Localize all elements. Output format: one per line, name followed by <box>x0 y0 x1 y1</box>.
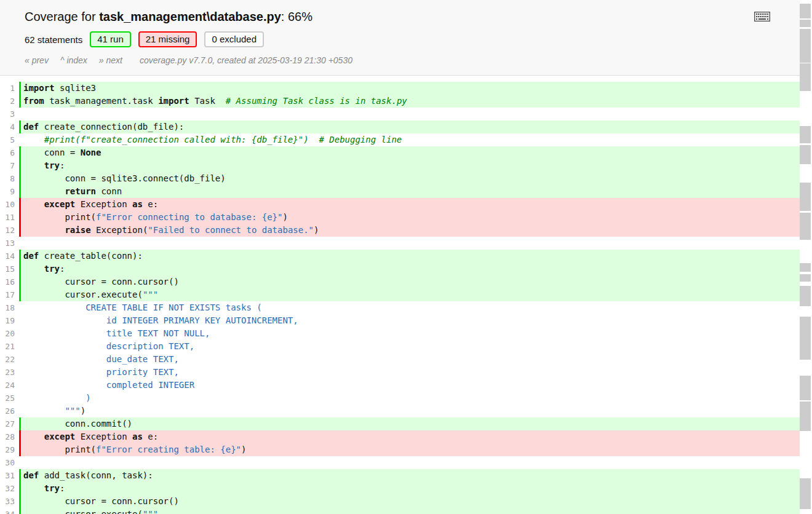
line-code: ) <box>19 392 800 405</box>
line-code: raise Exception("Failed to connect to da… <box>19 224 800 237</box>
index-link[interactable]: ^ index <box>60 55 87 65</box>
line-code: try: <box>19 263 800 275</box>
line-number-link[interactable]: 11 <box>0 211 15 224</box>
line-number-link[interactable]: 25 <box>0 392 15 405</box>
line-number-link[interactable]: 17 <box>0 288 15 301</box>
line-code: cursor = conn.cursor() <box>19 275 800 288</box>
scroll-marker-block <box>800 317 811 360</box>
line-number-link[interactable]: 4 <box>0 121 15 133</box>
line-number-link[interactable]: 32 <box>0 482 15 495</box>
line-code: due_date TEXT, <box>19 353 800 366</box>
source-line: 16 cursor = conn.cursor() <box>0 275 812 288</box>
report-header: Coverage for task_management\database.py… <box>0 0 800 76</box>
scroll-marker-block <box>800 274 811 282</box>
source-line: 7 try: <box>0 159 812 172</box>
source-line: 18 CREATE TABLE IF NOT EXISTS tasks ( <box>0 301 812 314</box>
coverage-version-text: coverage.py v7.7.0, created at 2025-03-1… <box>140 55 352 65</box>
scroll-marker-block <box>800 376 811 400</box>
title-filename: task_management\database.py <box>99 10 281 23</box>
line-code: conn.commit() <box>19 417 800 430</box>
line-code: except Exception as e: <box>19 198 800 211</box>
line-number-link[interactable]: 21 <box>0 340 15 353</box>
line-code: description TEXT, <box>19 340 800 353</box>
source-line: 21 description TEXT, <box>0 340 812 353</box>
line-number-link[interactable]: 15 <box>0 263 15 275</box>
line-code: cursor.execute(""" <box>19 508 800 514</box>
source-line: 8 conn = sqlite3.connect(db_file) <box>0 172 812 185</box>
line-number-link[interactable]: 16 <box>0 275 15 288</box>
line-number-link[interactable]: 13 <box>0 237 15 250</box>
line-code <box>19 237 800 250</box>
line-code: id INTEGER PRIMARY KEY AUTOINCREMENT, <box>19 314 800 327</box>
line-code: title TEXT NOT NULL, <box>19 327 800 340</box>
title-prefix: Coverage for <box>25 10 99 23</box>
statements-count: 62 statements <box>25 34 82 45</box>
toggle-excluded-button[interactable]: 0 excluded <box>204 31 264 47</box>
line-number-link[interactable]: 3 <box>0 108 15 121</box>
source-line: 15 try: <box>0 263 812 275</box>
source-line: 17 cursor.execute(""" <box>0 288 812 301</box>
line-number-link[interactable]: 31 <box>0 469 15 482</box>
scroll-marker[interactable] <box>800 0 812 514</box>
next-file-link[interactable]: » next <box>99 55 122 65</box>
source-line: 9 return conn <box>0 185 812 198</box>
line-code <box>19 108 800 121</box>
source-line: 20 title TEXT NOT NULL, <box>0 327 812 340</box>
line-number-link[interactable]: 6 <box>0 146 15 159</box>
line-code: def create_table(conn): <box>19 250 800 263</box>
line-number-link[interactable]: 20 <box>0 327 15 340</box>
scroll-marker-block <box>800 20 811 27</box>
source-line: 26 """) <box>0 405 812 417</box>
source-line: 14def create_table(conn): <box>0 250 812 263</box>
source-line: 30 <box>0 456 812 469</box>
line-number-link[interactable]: 19 <box>0 314 15 327</box>
line-number-link[interactable]: 7 <box>0 159 15 172</box>
line-number-link[interactable]: 26 <box>0 405 15 417</box>
line-number-link[interactable]: 2 <box>0 95 15 108</box>
title-percentage: : 66% <box>281 10 312 23</box>
source-line: 5 #print(f"create_connection called with… <box>0 133 812 146</box>
source-line: 19 id INTEGER PRIMARY KEY AUTOINCREMENT, <box>0 314 812 327</box>
line-code: def create_connection(db_file): <box>19 121 800 133</box>
line-code: print(f"Error connecting to database: {e… <box>19 211 800 224</box>
line-number-link[interactable]: 27 <box>0 417 15 430</box>
line-code: conn = None <box>19 146 800 159</box>
line-number-link[interactable]: 9 <box>0 185 15 198</box>
line-number-link[interactable]: 28 <box>0 430 15 443</box>
source-line: 10 except Exception as e: <box>0 198 812 211</box>
source-line: 25 ) <box>0 392 812 405</box>
line-number-link[interactable]: 14 <box>0 250 15 263</box>
line-number-link[interactable]: 10 <box>0 198 15 211</box>
line-number-link[interactable]: 12 <box>0 224 15 237</box>
source-line: 23 priority TEXT, <box>0 366 812 379</box>
keyboard-shortcuts-button[interactable] <box>754 12 770 23</box>
line-number-link[interactable]: 33 <box>0 495 15 508</box>
line-number-link[interactable]: 22 <box>0 353 15 366</box>
source-line: 27 conn.commit() <box>0 417 812 430</box>
source-line: 28 except Exception as e: <box>0 430 812 443</box>
source-line: 29 print(f"Error creating table: {e}") <box>0 443 812 456</box>
toggle-run-button[interactable]: 41 run <box>90 31 131 47</box>
scroll-marker-block <box>800 4 811 18</box>
line-number-link[interactable]: 29 <box>0 443 15 456</box>
source-line: 32 try: <box>0 482 812 495</box>
scroll-marker-block <box>800 263 811 272</box>
line-number-link[interactable]: 34 <box>0 508 15 514</box>
source-line: 13 <box>0 237 812 250</box>
prev-file-link[interactable]: « prev <box>25 55 49 65</box>
line-number-link[interactable]: 1 <box>0 82 15 95</box>
source-line: 31def add_task(conn, task): <box>0 469 812 482</box>
line-code: except Exception as e: <box>19 430 800 443</box>
line-number-link[interactable]: 8 <box>0 172 15 185</box>
line-code: from task_management.task import Task # … <box>19 95 800 108</box>
source-line: 11 print(f"Error connecting to database:… <box>0 211 812 224</box>
line-number-link[interactable]: 23 <box>0 366 15 379</box>
line-number-link[interactable]: 30 <box>0 456 15 469</box>
source-line: 6 conn = None <box>0 146 812 159</box>
toggle-missing-button[interactable]: 21 missing <box>138 31 197 47</box>
line-number-link[interactable]: 24 <box>0 379 15 392</box>
line-code: conn = sqlite3.connect(db_file) <box>19 172 800 185</box>
scroll-marker-block <box>800 145 811 164</box>
line-number-link[interactable]: 18 <box>0 301 15 314</box>
line-number-link[interactable]: 5 <box>0 133 15 146</box>
